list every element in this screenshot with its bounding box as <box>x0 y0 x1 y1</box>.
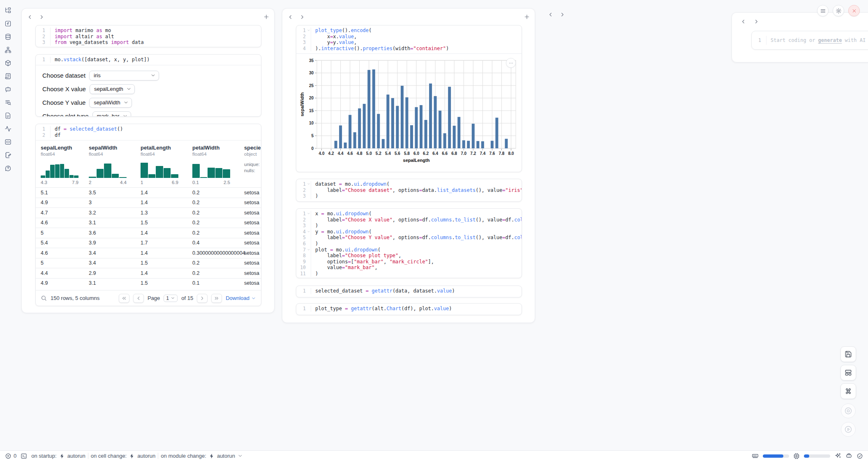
code-editor[interactable]: 1df = selected_dataset()2df <box>36 124 261 140</box>
dropdown-choose-dataset[interactable]: iris <box>89 71 159 81</box>
last-page-button[interactable] <box>211 294 222 303</box>
column-1-next-button[interactable] <box>37 12 46 21</box>
shutdown-button[interactable] <box>848 5 860 16</box>
table-row[interactable]: 4.63.41.40.30000000000000004setosa <box>36 248 261 258</box>
sidebar-item-chat-bot[interactable] <box>2 84 14 95</box>
sidebar-item-file-tree[interactable] <box>2 5 14 16</box>
stop-circle-icon <box>844 407 852 415</box>
terminal-button[interactable] <box>21 453 27 459</box>
sidebar-item-script[interactable] <box>2 71 14 82</box>
table-column-header[interactable]: petalLengthfloat6416.9 <box>141 145 192 185</box>
table-cell: 4.9 <box>41 280 89 286</box>
sidebar-item-search-logs[interactable] <box>2 97 14 108</box>
runtime-item-on-cell-change-[interactable]: on cell change:autorun <box>91 453 156 459</box>
table-column-header[interactable]: sepalWidthfloat6424.4 <box>89 145 141 185</box>
table-row[interactable]: 5.13.51.40.2setosa <box>36 187 261 198</box>
runtime-item-on-startup-[interactable]: on startup:autorun <box>31 453 85 459</box>
column-1-prev-button[interactable] <box>25 12 34 21</box>
table-row[interactable]: 4.93.11.50.1setosa <box>36 278 261 288</box>
sidebar-item-function-square[interactable] <box>2 18 14 29</box>
save-notebook-button[interactable] <box>840 346 856 362</box>
code-editor[interactable]: 1import marimo as mo2import altair as al… <box>36 25 261 47</box>
table-row[interactable]: 4.73.21.30.2setosa <box>36 207 261 218</box>
code-editor[interactable]: 1x = mo.ui.dropdown(2 label="Choose X va… <box>296 209 522 278</box>
code-editor[interactable]: 1plot_type().encode(2 x=x.value,3 y=y.va… <box>296 25 522 53</box>
dropdown-choose-x-value[interactable]: sepalLength <box>90 84 135 94</box>
empty-cell-editor[interactable]: 1 Start coding or generate with AI <box>751 31 868 50</box>
copilot-status-button[interactable] <box>845 452 852 459</box>
scratchpad-next-button[interactable] <box>752 17 761 26</box>
collapse-chevron-icon[interactable] <box>307 211 310 217</box>
code-editor[interactable]: 1dataset = mo.ui.dropdown(2 label="Choos… <box>296 179 522 201</box>
table-cell: 0.2 <box>192 220 244 226</box>
sidebar-item-activity[interactable] <box>2 123 14 134</box>
layout-icon <box>845 369 852 376</box>
sidebar-item-database[interactable] <box>2 31 14 42</box>
table-search-button[interactable] <box>41 295 47 301</box>
collapse-chevron-icon[interactable] <box>307 229 310 235</box>
line-number: 3 <box>296 39 311 46</box>
first-page-button[interactable] <box>119 294 129 303</box>
generate-with-ai-link[interactable]: generate <box>818 37 842 43</box>
line-number: 11 <box>296 271 311 277</box>
sidebar-item-package[interactable] <box>2 58 14 69</box>
column-1-add-cell-button[interactable] <box>262 12 271 21</box>
chevron-right-icon <box>559 12 566 18</box>
collapse-chevron-icon[interactable] <box>307 181 310 187</box>
svg-text:35: 35 <box>309 58 314 63</box>
layout-select-button[interactable] <box>840 365 856 380</box>
dropdown-choose-plot-type[interactable]: mark_bar <box>92 111 131 117</box>
svg-text:25: 25 <box>309 83 314 88</box>
column-histogram <box>192 161 230 178</box>
table-row[interactable]: 53.61.40.2setosa <box>36 228 261 238</box>
table-column-header[interactable]: speciesobjectunique:nulls: <box>244 145 261 185</box>
connection-status-button[interactable] <box>856 453 863 459</box>
column-1-header <box>25 12 271 22</box>
column-3-prev-button[interactable] <box>546 10 555 19</box>
script-icon <box>5 73 12 80</box>
code-editor[interactable]: 1plot_type = getattr(alt.Chart(df), plot… <box>296 304 522 314</box>
code-editor[interactable]: 1mo.vstack([dataset, x, y, plot]) <box>36 55 261 65</box>
table-row[interactable]: 53.41.50.2setosa <box>36 258 261 268</box>
settings-button[interactable] <box>833 5 844 16</box>
stop-execution-button[interactable] <box>841 403 856 418</box>
run-all-button[interactable] <box>841 422 856 437</box>
error-indicator[interactable]: 0 <box>5 453 16 459</box>
runtime-value: autorun <box>67 453 85 459</box>
dropdown-choose-y-value[interactable]: sepalWidth <box>89 98 132 108</box>
table-row[interactable]: 4.931.40.2setosa <box>36 198 261 208</box>
column-2-next-button[interactable] <box>298 12 307 21</box>
sidebar-item-code-snippets[interactable] <box>2 136 14 148</box>
code-line: 2import altair as alt <box>36 34 261 40</box>
next-page-button[interactable] <box>197 294 208 303</box>
collapse-chevron-icon[interactable] <box>307 247 310 253</box>
table-row[interactable]: 4.42.91.40.2setosa <box>36 268 261 278</box>
scratchpad-prev-button[interactable] <box>739 17 748 26</box>
table-row[interactable]: 4.63.11.50.2setosa <box>36 218 261 228</box>
collapse-chevron-icon[interactable] <box>307 28 310 34</box>
page-number-select[interactable]: 1 <box>164 295 178 302</box>
table-column-header[interactable]: sepalLengthfloat644.37.9 <box>41 145 89 185</box>
sidebar-item-document[interactable] <box>2 110 14 121</box>
table-column-header[interactable]: petalWidthfloat640.12.5 <box>192 145 244 185</box>
column-2-add-cell-button[interactable] <box>522 12 531 21</box>
download-button[interactable]: Download <box>226 295 256 301</box>
notebook-column-2: 1plot_type().encode(2 x=x.value,3 y=y.va… <box>282 8 535 323</box>
altair-bar-chart: 4.04.24.44.64.85.05.25.45.65.86.06.26.46… <box>299 57 522 166</box>
ai-assistant-button[interactable] <box>834 452 841 459</box>
table-cell: 0.4 <box>192 240 244 246</box>
column-2-prev-button[interactable] <box>286 12 295 21</box>
close-icon <box>852 8 857 14</box>
column-3-next-button[interactable] <box>558 10 567 19</box>
code-editor[interactable]: 1selected_dataset = getattr(data, datase… <box>296 286 522 296</box>
keyboard-shortcuts-button[interactable] <box>840 383 856 399</box>
notebook-menu-button[interactable] <box>817 5 829 16</box>
table-row[interactable]: 5.43.91.70.4setosa <box>36 238 261 248</box>
sidebar-item-scratchpad-edit[interactable] <box>2 150 14 161</box>
runtime-item-on-module-change-[interactable]: on module change:autorun <box>161 453 243 459</box>
sidebar-item-help[interactable] <box>2 163 14 174</box>
sidebar-item-dependency-graph[interactable] <box>2 44 14 55</box>
range-min: 2 <box>89 180 91 185</box>
previous-page-button[interactable] <box>133 294 144 303</box>
table-cell: 3.9 <box>89 240 141 246</box>
